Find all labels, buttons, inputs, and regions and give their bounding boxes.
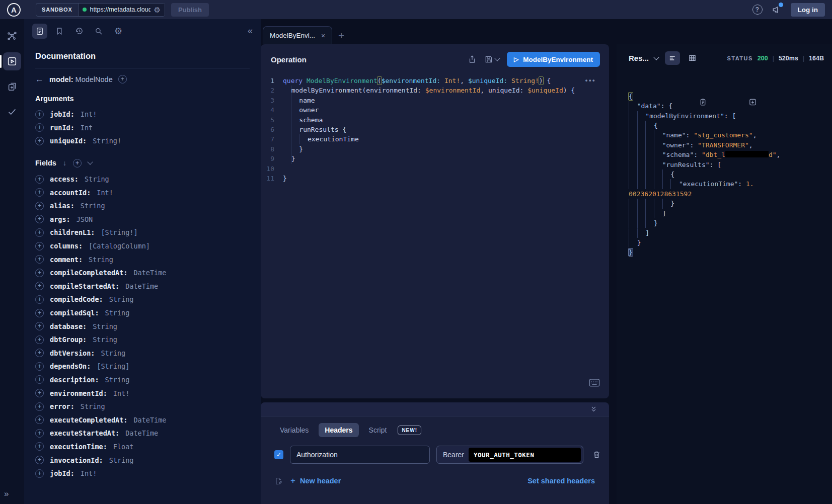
graphql-editor[interactable]: 1query ModelByEnvironment($environmentId… (261, 72, 609, 183)
tab-headers[interactable]: Headers (319, 423, 358, 437)
add-to-query-icon[interactable]: + (35, 362, 44, 371)
field-row[interactable]: +comment:String (35, 253, 250, 266)
field-row[interactable]: +compiledSql:String (35, 306, 250, 320)
announcements-megaphone-icon[interactable] (772, 5, 782, 15)
expand-rail-icon[interactable]: » (4, 489, 9, 499)
documentation-tab-icon[interactable] (32, 24, 47, 39)
schema-graph-icon[interactable] (3, 27, 21, 45)
field-row[interactable]: +executionTime:Float (35, 440, 250, 454)
share-operation-icon[interactable] (468, 55, 477, 64)
add-to-query-icon[interactable]: + (35, 349, 44, 357)
argument-row[interactable]: +uniqueId:String! (35, 134, 250, 148)
table-view-icon[interactable] (685, 51, 700, 65)
add-to-query-icon[interactable]: + (35, 228, 44, 237)
new-tab-icon[interactable]: + (338, 30, 344, 41)
login-button[interactable]: Log in (791, 3, 825, 17)
field-row[interactable]: +error:String (35, 400, 250, 413)
edit-headers-raw-icon[interactable] (274, 477, 283, 485)
add-to-query-icon[interactable]: + (35, 242, 44, 250)
run-operation-button[interactable]: ▷ ModelByEnvironment (507, 52, 600, 67)
field-row[interactable]: +compiledCode:String (35, 293, 250, 306)
field-row[interactable]: +environmentId:Int! (35, 386, 250, 400)
collapse-bottom-panel-icon[interactable] (589, 405, 598, 413)
field-row[interactable]: +database:String (35, 319, 250, 333)
download-response-icon[interactable] (748, 78, 788, 126)
new-header-button[interactable]: + New header (290, 476, 341, 486)
field-row[interactable]: +invocationId:String (35, 453, 250, 467)
add-to-query-icon[interactable]: + (35, 469, 44, 478)
header-enabled-checkbox[interactable]: ✓ (274, 450, 283, 459)
endpoint-settings-gear-icon[interactable]: ⚙ (154, 6, 161, 14)
header-name-input[interactable] (290, 446, 430, 464)
add-all-fields-icon[interactable]: + (73, 159, 82, 167)
field-row[interactable]: +executeCompletedAt:DateTime (35, 413, 250, 427)
raw-view-icon[interactable] (665, 51, 680, 65)
add-to-query-icon[interactable]: + (35, 137, 44, 145)
delete-header-icon[interactable] (592, 450, 601, 459)
auth-token-input[interactable] (469, 448, 581, 462)
field-row[interactable]: +description:String (35, 373, 250, 387)
sort-fields-icon[interactable]: ↓ (63, 159, 66, 167)
field-row[interactable]: +dependsOn:[String] (35, 360, 250, 373)
add-to-query-icon[interactable]: + (35, 282, 44, 290)
endpoint-url[interactable]: https://metadata.cloud.get (90, 6, 150, 13)
field-row[interactable]: +args:JSON (35, 213, 250, 226)
field-row[interactable]: +childrenL1:[String!] (35, 226, 250, 239)
search-icon[interactable] (91, 24, 106, 39)
tab-variables[interactable]: Variables (274, 423, 315, 437)
response-dropdown-chevron-icon[interactable] (653, 54, 659, 60)
operation-collections-icon[interactable] (3, 77, 21, 96)
back-arrow-icon[interactable]: ← (35, 75, 44, 83)
add-to-query-icon[interactable]: + (35, 202, 44, 210)
add-to-query-icon[interactable]: + (35, 335, 44, 344)
checks-icon[interactable] (3, 103, 21, 121)
field-row[interactable]: +dbtGroup:String (35, 333, 250, 347)
field-row[interactable]: +alias:String (35, 199, 250, 213)
field-row[interactable]: +columns:[CatalogColumn] (35, 239, 250, 253)
fields-chevron-icon[interactable] (87, 159, 93, 165)
field-row[interactable]: +executeStartedAt:DateTime (35, 427, 250, 440)
add-to-query-icon[interactable]: + (35, 215, 44, 223)
add-to-query-icon[interactable]: + (35, 402, 44, 411)
add-to-query-icon[interactable]: + (35, 269, 44, 277)
publish-button[interactable]: Publish (171, 3, 209, 17)
add-to-query-icon[interactable]: + (35, 309, 44, 317)
add-to-query-icon[interactable]: + (35, 375, 44, 384)
field-row[interactable]: +dbtVersion:String (35, 347, 250, 360)
collapse-panel-icon[interactable]: « (248, 26, 253, 36)
field-row[interactable]: +access:String (35, 173, 250, 186)
add-to-query-icon[interactable]: + (35, 188, 44, 197)
bookmark-icon[interactable] (52, 24, 67, 39)
help-icon[interactable]: ? (752, 5, 763, 15)
field-row[interactable]: +jobId:Int! (35, 467, 250, 480)
keyboard-shortcuts-icon[interactable] (589, 378, 600, 387)
add-to-query-icon[interactable]: + (35, 295, 44, 304)
response-title[interactable]: Res... (629, 54, 649, 62)
field-row[interactable]: +compileStartedAt:DateTime (35, 280, 250, 293)
add-to-query-icon[interactable]: + (35, 415, 44, 424)
add-to-query-icon[interactable]: + (35, 456, 44, 464)
add-to-query-icon[interactable]: + (35, 442, 44, 451)
argument-row[interactable]: +runId:Int (35, 121, 250, 135)
endpoint-url-box[interactable]: https://metadata.cloud.get ⚙ (79, 4, 165, 16)
copy-response-icon[interactable] (699, 78, 738, 126)
add-to-query-icon[interactable]: + (35, 429, 44, 438)
add-to-query-icon[interactable]: + (35, 110, 44, 119)
editor-overflow-menu-icon[interactable]: ••• (585, 76, 596, 84)
field-row[interactable]: +compileCompletedAt:DateTime (35, 266, 250, 280)
response-body[interactable]: { "data": { "modelByEnvironment": [ { "n… (617, 69, 832, 287)
settings-gear-icon[interactable]: ⚙ (111, 24, 126, 39)
save-menu-chevron-icon[interactable] (494, 55, 500, 61)
tab-script[interactable]: Script (363, 423, 393, 437)
add-to-query-icon[interactable]: + (35, 123, 44, 132)
save-operation-icon[interactable] (484, 55, 499, 64)
add-to-query-icon[interactable]: + (35, 255, 44, 264)
close-tab-icon[interactable]: × (321, 32, 325, 40)
argument-row[interactable]: +jobId:Int! (35, 108, 250, 121)
add-to-query-icon[interactable]: + (35, 175, 44, 184)
add-to-query-icon[interactable]: + (35, 322, 44, 330)
history-icon[interactable] (71, 24, 87, 39)
field-row[interactable]: +accountId:Int! (35, 186, 250, 199)
set-shared-headers-link[interactable]: Set shared headers (527, 477, 595, 485)
explorer-icon[interactable] (3, 52, 21, 70)
